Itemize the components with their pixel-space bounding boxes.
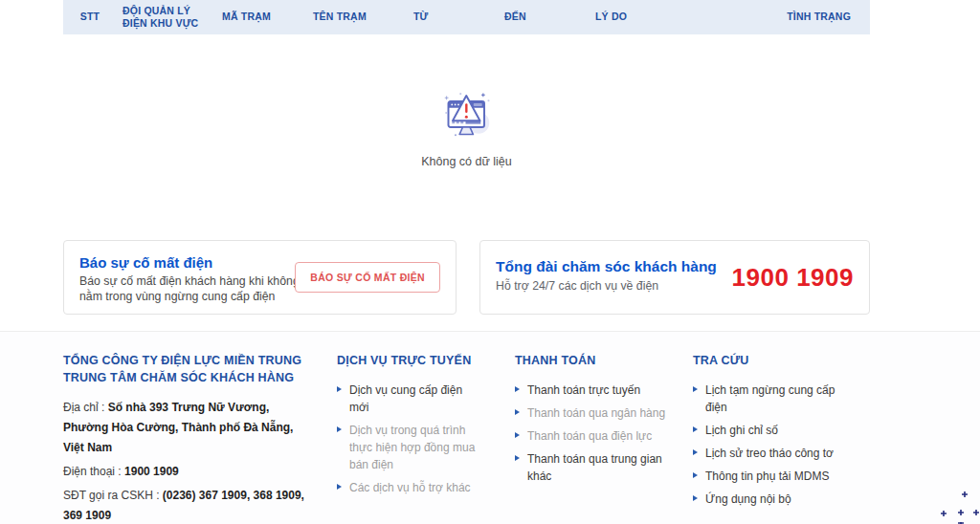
report-outage-description: Báo sự cố mất điện khách hàng khi không …: [79, 274, 319, 304]
triangle-bullet-icon: [337, 484, 342, 490]
triangle-bullet-icon: [515, 386, 520, 392]
contact-address: Địa chỉ : Số nhà 393 Trưng Nữ Vương, Phư…: [63, 398, 314, 458]
lookup-heading: TRA CỨU: [693, 353, 856, 370]
company-name-line2: TRUNG TÂM CHĂM SÓC KHÁCH HÀNG: [63, 370, 314, 387]
hotline-card: Tổng đài chăm sóc khách hàng Hỗ trợ 24/7…: [479, 240, 870, 315]
decorative-plus-pattern: [938, 482, 980, 524]
link-new-electricity-service[interactable]: Dịch vụ cung cấp điện mới: [337, 382, 476, 416]
outage-schedule-page: STT ĐỘI QUẢN LÝ ĐIỆN KHU VỰC MÃ TRẠM TÊN…: [0, 0, 980, 524]
column-header-ly-do: LÝ DO: [595, 9, 739, 25]
column-header-den: ĐẾN: [504, 9, 595, 25]
link-meter-reading-schedule[interactable]: Lịch ghi chỉ số: [693, 422, 856, 439]
column-header-ma-tram: MÃ TRẠM: [222, 9, 313, 25]
triangle-bullet-icon: [515, 409, 520, 415]
company-name-line1: TỔNG CÔNG TY ĐIỆN LỰC MIỀN TRUNG: [63, 353, 314, 370]
footer-payment-column: THANH TOÁN Thanh toán trực tuyến Thanh t…: [515, 353, 673, 491]
payment-heading: THANH TOÁN: [515, 353, 673, 370]
column-header-tu: TỪ: [413, 9, 504, 25]
contact-outbound-phone: SĐT gọi ra CSKH : (0236) 367 1909, 368 1…: [63, 486, 314, 524]
footer-online-services-column: DỊCH VỤ TRỰC TUYẾN Dịch vụ cung cấp điện…: [337, 353, 476, 502]
link-meter-history[interactable]: Lịch sử treo tháo công tơ: [693, 445, 856, 462]
link-mdms-load-info[interactable]: Thông tin phụ tải MDMS: [693, 468, 856, 485]
triangle-bullet-icon: [337, 386, 342, 392]
triangle-bullet-icon: [693, 386, 698, 392]
link-bank-payment[interactable]: Thanh toán qua ngân hàng: [515, 404, 673, 422]
column-header-tinh-trang: TÌNH TRẠNG: [739, 9, 870, 25]
online-services-heading: DỊCH VỤ TRỰC TUYẾN: [337, 353, 476, 370]
no-data-monitor-warning-icon: [438, 90, 496, 147]
empty-state: Không có dữ liệu: [63, 90, 870, 168]
link-power-office-payment[interactable]: Thanh toán qua điện lực: [515, 427, 673, 445]
link-contract-process-services[interactable]: Dịch vụ trong quá trình thực hiện hợp đồ…: [337, 422, 476, 473]
triangle-bullet-icon: [693, 449, 698, 455]
report-outage-card: Báo sự cố mất điện Báo sự cố mất điện kh…: [63, 240, 457, 315]
column-header-ten-tram: TÊN TRẠM: [313, 9, 413, 25]
hotline-phone-number: 1900 1909: [732, 263, 854, 293]
link-online-payment[interactable]: Thanh toán trực tuyến: [515, 382, 673, 399]
link-intermediary-payment[interactable]: Thanh toán qua trung gian khác: [515, 450, 673, 485]
link-internal-apps[interactable]: Ứng dụng nội bộ: [693, 491, 856, 508]
footer-company-column: TỔNG CÔNG TY ĐIỆN LỰC MIỀN TRUNG TRUNG T…: [63, 353, 314, 524]
triangle-bullet-icon: [693, 426, 698, 432]
triangle-bullet-icon: [337, 426, 342, 432]
link-other-support-services[interactable]: Các dịch vụ hỗ trợ khác: [337, 479, 476, 496]
footer: TỔNG CÔNG TY ĐIỆN LỰC MIỀN TRUNG TRUNG T…: [0, 331, 980, 524]
footer-lookup-column: TRA CỨU Lịch tạm ngừng cung cấp điện Lịc…: [693, 353, 856, 513]
empty-state-message: Không có dữ liệu: [421, 155, 512, 168]
report-outage-button[interactable]: BÁO SỰ CỐ MẤT ĐIỆN: [295, 262, 440, 293]
triangle-bullet-icon: [693, 472, 698, 478]
column-header-stt: STT: [63, 11, 117, 23]
triangle-bullet-icon: [515, 455, 520, 461]
triangle-bullet-icon: [515, 432, 520, 438]
triangle-bullet-icon: [693, 495, 698, 501]
column-header-doi-quan-ly: ĐỘI QUẢN LÝ ĐIỆN KHU VỰC: [117, 3, 216, 32]
contact-phone: Điện thoại : 1900 1909: [63, 462, 314, 482]
link-outage-schedule[interactable]: Lịch tạm ngừng cung cấp điện: [693, 382, 856, 416]
company-name: TỔNG CÔNG TY ĐIỆN LỰC MIỀN TRUNG TRUNG T…: [63, 353, 314, 386]
outage-table-header: STT ĐỘI QUẢN LÝ ĐIỆN KHU VỰC MÃ TRẠM TÊN…: [63, 0, 870, 34]
